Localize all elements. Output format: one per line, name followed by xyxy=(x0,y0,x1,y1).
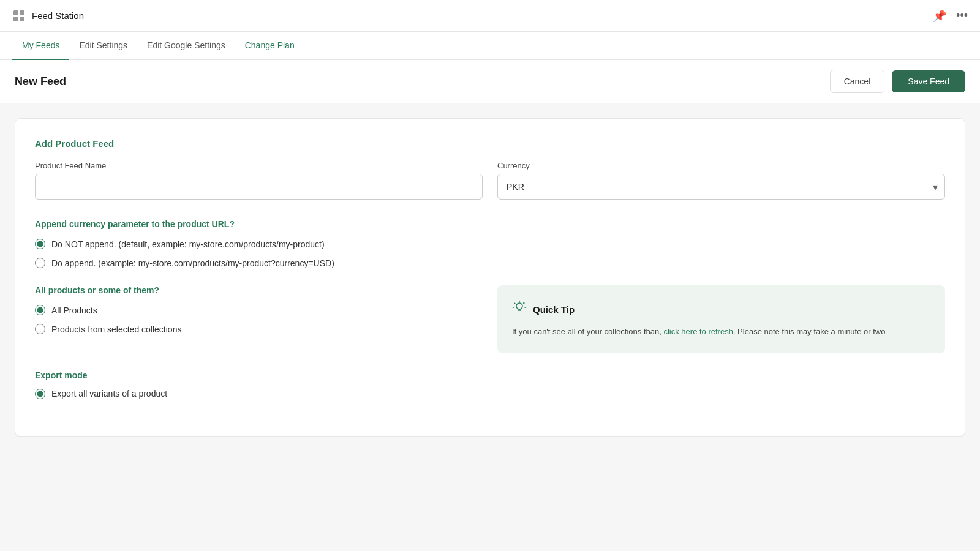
currency-group: Currency PKR USD EUR GBP AED ▾ xyxy=(497,161,945,200)
products-left: All products or some of them? All Produc… xyxy=(35,285,483,353)
app-title: Feed Station xyxy=(32,10,84,21)
radio-no-append-label: Do NOT append. (default, example: my-sto… xyxy=(51,239,325,249)
radio-selected-collections-label: Products from selected collections xyxy=(51,324,181,334)
tab-my-feeds[interactable]: My Feeds xyxy=(12,32,69,60)
cancel-button[interactable]: Cancel xyxy=(830,70,885,93)
export-mode-title: Export mode xyxy=(35,370,945,380)
tab-edit-settings[interactable]: Edit Settings xyxy=(69,32,137,60)
radio-yes-append-input[interactable] xyxy=(35,258,45,268)
append-currency-section: Append currency parameter to the product… xyxy=(35,219,945,268)
radio-all-products[interactable]: All Products xyxy=(35,305,483,315)
add-product-feed-title: Add Product Feed xyxy=(35,138,945,149)
quick-tip-header: Quick Tip xyxy=(512,300,930,318)
radio-export-all-variants-label: Export all variants of a product xyxy=(51,389,167,399)
more-options-icon[interactable]: ••• xyxy=(956,9,968,22)
product-feed-name-label: Product Feed Name xyxy=(35,161,483,170)
radio-selected-collections[interactable]: Products from selected collections xyxy=(35,324,483,334)
refresh-link[interactable]: click here to refresh xyxy=(663,327,733,336)
main-content: Add Product Feed Product Feed Name Curre… xyxy=(0,103,980,451)
svg-point-5 xyxy=(523,302,524,304)
products-two-col: All products or some of them? All Produc… xyxy=(35,285,945,353)
lightbulb-icon xyxy=(512,300,527,318)
app-bar-left: Feed Station xyxy=(12,9,84,23)
app-logo xyxy=(12,9,26,23)
svg-rect-1 xyxy=(20,10,24,15)
radio-all-products-input[interactable] xyxy=(35,305,45,315)
quick-tip-text-before: If you can't see all of your collections… xyxy=(512,327,663,336)
radio-yes-append-label: Do append. (example: my-store.com/produc… xyxy=(51,258,334,268)
quick-tip-title: Quick Tip xyxy=(533,304,575,315)
export-mode-section: Export mode Export all variants of a pro… xyxy=(35,370,945,399)
tab-edit-google-settings[interactable]: Edit Google Settings xyxy=(137,32,235,60)
svg-point-4 xyxy=(516,303,522,309)
name-currency-row: Product Feed Name Currency PKR USD EUR G… xyxy=(35,161,945,200)
page-header: New Feed Cancel Save Feed xyxy=(0,60,980,103)
radio-export-all-variants-input[interactable] xyxy=(35,389,45,399)
product-feed-name-input[interactable] xyxy=(35,174,483,200)
radio-no-append[interactable]: Do NOT append. (default, example: my-sto… xyxy=(35,239,945,249)
tab-change-plan[interactable]: Change Plan xyxy=(235,32,304,60)
quick-tip-text-after: . Please note this may take a minute or … xyxy=(733,327,886,336)
currency-select-wrapper: PKR USD EUR GBP AED ▾ xyxy=(497,174,945,200)
page-title: New Feed xyxy=(15,75,66,88)
svg-rect-3 xyxy=(20,17,24,21)
svg-rect-2 xyxy=(13,17,18,21)
currency-select[interactable]: PKR USD EUR GBP AED xyxy=(497,174,945,200)
radio-no-append-input[interactable] xyxy=(35,239,45,249)
products-section: All products or some of them? All Produc… xyxy=(35,285,945,353)
radio-all-products-label: All Products xyxy=(51,305,97,315)
nav-tabs: My Feeds Edit Settings Edit Google Setti… xyxy=(0,32,980,60)
radio-export-all-variants[interactable]: Export all variants of a product xyxy=(35,389,945,399)
currency-label: Currency xyxy=(497,161,945,170)
form-card: Add Product Feed Product Feed Name Curre… xyxy=(15,118,965,437)
app-bar-right: 📌 ••• xyxy=(933,9,968,23)
products-question: All products or some of them? xyxy=(35,285,483,295)
radio-selected-collections-input[interactable] xyxy=(35,324,45,334)
quick-tip-box: Quick Tip If you can't see all of your c… xyxy=(497,285,945,353)
quick-tip-text: If you can't see all of your collections… xyxy=(512,326,930,339)
quick-tip-container: Quick Tip If you can't see all of your c… xyxy=(497,285,945,353)
product-feed-name-group: Product Feed Name xyxy=(35,161,483,200)
pin-icon[interactable]: 📌 xyxy=(933,9,946,23)
header-actions: Cancel Save Feed xyxy=(830,70,965,93)
svg-rect-0 xyxy=(13,10,18,15)
append-currency-question: Append currency parameter to the product… xyxy=(35,219,945,229)
radio-yes-append[interactable]: Do append. (example: my-store.com/produc… xyxy=(35,258,945,268)
save-feed-button[interactable]: Save Feed xyxy=(892,70,965,92)
app-bar: Feed Station 📌 ••• xyxy=(0,0,980,32)
